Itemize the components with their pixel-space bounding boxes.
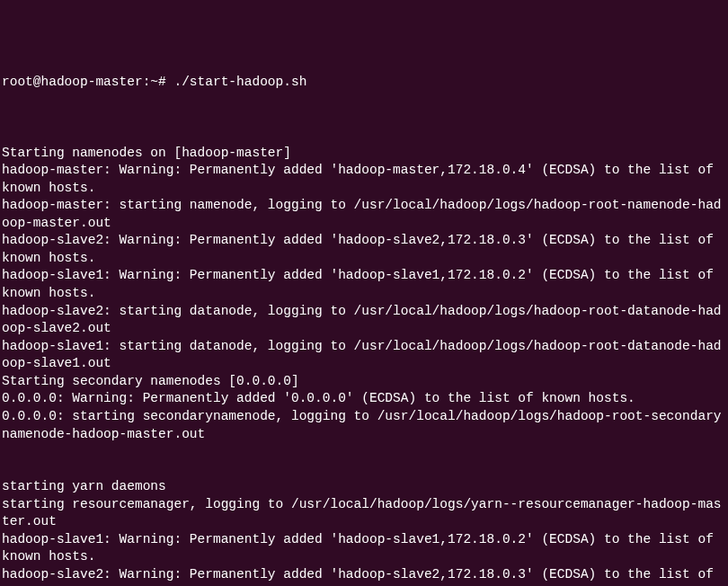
- command-text: ./start-hadoop.sh: [173, 75, 306, 89]
- terminal-output: Starting namenodes on [hadoop-master] ha…: [2, 146, 722, 587]
- command-line: root@hadoop-master:~# ./start-hadoop.sh: [2, 74, 726, 92]
- terminal-window[interactable]: root@hadoop-master:~# ./start-hadoop.sh …: [2, 74, 726, 586]
- shell-prompt: root@hadoop-master:~#: [2, 75, 173, 89]
